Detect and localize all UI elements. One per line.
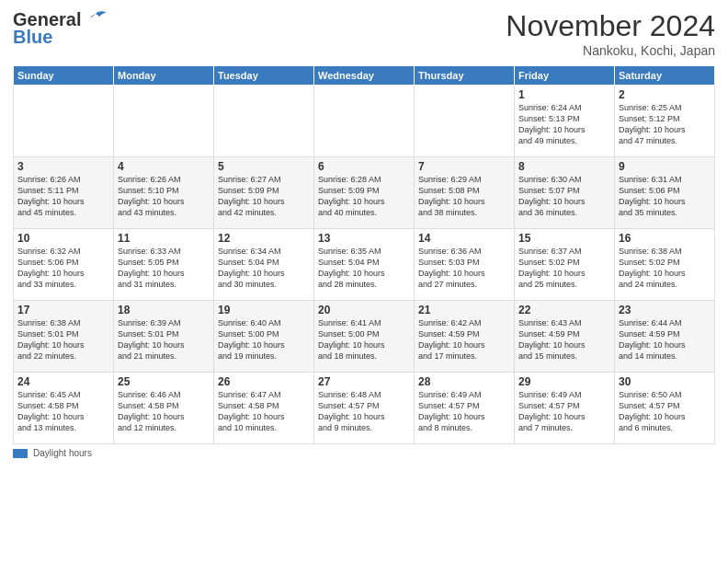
day-info: Sunrise: 6:38 AM Sunset: 5:02 PM Dayligh… [619, 246, 711, 291]
day-cell: 29Sunrise: 6:49 AM Sunset: 4:57 PM Dayli… [515, 373, 615, 444]
day-cell: 9Sunrise: 6:31 AM Sunset: 5:06 PM Daylig… [615, 157, 715, 229]
day-number: 23 [619, 304, 711, 316]
day-cell: 25Sunrise: 6:46 AM Sunset: 4:58 PM Dayli… [114, 373, 214, 444]
day-cell: 26Sunrise: 6:47 AM Sunset: 4:58 PM Dayli… [214, 373, 314, 444]
day-number: 16 [619, 232, 711, 245]
day-cell: 30Sunrise: 6:50 AM Sunset: 4:57 PM Dayli… [615, 373, 715, 444]
day-number: 13 [318, 232, 410, 245]
day-cell: 20Sunrise: 6:41 AM Sunset: 5:00 PM Dayli… [314, 301, 415, 373]
day-info: Sunrise: 6:35 AM Sunset: 5:04 PM Dayligh… [318, 246, 410, 291]
day-info: Sunrise: 6:50 AM Sunset: 4:57 PM Dayligh… [619, 389, 711, 434]
day-cell: 19Sunrise: 6:40 AM Sunset: 5:00 PM Dayli… [214, 301, 314, 373]
day-info: Sunrise: 6:38 AM Sunset: 5:01 PM Dayligh… [17, 317, 109, 362]
header-wednesday: Wednesday [314, 66, 415, 86]
day-number: 2 [619, 88, 711, 101]
day-info: Sunrise: 6:26 AM Sunset: 5:10 PM Dayligh… [118, 174, 210, 219]
day-cell [314, 86, 415, 157]
day-info: Sunrise: 6:27 AM Sunset: 5:09 PM Dayligh… [218, 174, 310, 219]
week-row-3: 10Sunrise: 6:32 AM Sunset: 5:06 PM Dayli… [14, 229, 715, 301]
day-cell: 24Sunrise: 6:45 AM Sunset: 4:58 PM Dayli… [14, 373, 114, 444]
day-cell: 12Sunrise: 6:34 AM Sunset: 5:04 PM Dayli… [214, 229, 314, 301]
day-cell: 16Sunrise: 6:38 AM Sunset: 5:02 PM Dayli… [615, 229, 715, 301]
day-number: 20 [318, 304, 410, 316]
day-info: Sunrise: 6:24 AM Sunset: 5:13 PM Dayligh… [518, 102, 610, 147]
day-info: Sunrise: 6:48 AM Sunset: 4:57 PM Dayligh… [318, 389, 410, 434]
day-info: Sunrise: 6:31 AM Sunset: 5:06 PM Dayligh… [619, 174, 711, 219]
day-cell: 6Sunrise: 6:28 AM Sunset: 5:09 PM Daylig… [314, 157, 415, 229]
day-info: Sunrise: 6:29 AM Sunset: 5:08 PM Dayligh… [418, 174, 510, 219]
day-info: Sunrise: 6:44 AM Sunset: 4:59 PM Dayligh… [619, 317, 711, 362]
day-number: 5 [218, 160, 310, 173]
logo-blue: Blue [13, 27, 52, 48]
day-number: 8 [518, 160, 610, 173]
day-info: Sunrise: 6:34 AM Sunset: 5:04 PM Dayligh… [218, 246, 310, 291]
location: Nankoku, Kochi, Japan [506, 43, 715, 58]
day-info: Sunrise: 6:49 AM Sunset: 4:57 PM Dayligh… [518, 389, 610, 434]
day-info: Sunrise: 6:33 AM Sunset: 5:05 PM Dayligh… [118, 246, 210, 291]
day-info: Sunrise: 6:42 AM Sunset: 4:59 PM Dayligh… [418, 317, 510, 362]
day-cell: 11Sunrise: 6:33 AM Sunset: 5:05 PM Dayli… [114, 229, 214, 301]
day-info: Sunrise: 6:25 AM Sunset: 5:12 PM Dayligh… [619, 102, 711, 147]
week-row-1: 1Sunrise: 6:24 AM Sunset: 5:13 PM Daylig… [14, 86, 715, 157]
day-number: 22 [518, 304, 610, 316]
day-number: 3 [17, 160, 109, 173]
day-number: 15 [518, 232, 610, 245]
page: General Blue November 2024 Nankoku, Koch… [0, 0, 728, 563]
day-number: 17 [17, 304, 109, 316]
day-info: Sunrise: 6:43 AM Sunset: 4:59 PM Dayligh… [518, 317, 610, 362]
day-info: Sunrise: 6:32 AM Sunset: 5:06 PM Dayligh… [17, 246, 109, 291]
day-cell: 23Sunrise: 6:44 AM Sunset: 4:59 PM Dayli… [615, 301, 715, 373]
day-info: Sunrise: 6:41 AM Sunset: 5:00 PM Dayligh… [318, 317, 410, 362]
day-number: 27 [318, 375, 410, 388]
month-title: November 2024 [506, 9, 715, 43]
day-cell: 7Sunrise: 6:29 AM Sunset: 5:08 PM Daylig… [415, 157, 515, 229]
day-number: 19 [218, 304, 310, 316]
day-info: Sunrise: 6:47 AM Sunset: 4:58 PM Dayligh… [218, 389, 310, 434]
day-cell: 3Sunrise: 6:26 AM Sunset: 5:11 PM Daylig… [14, 157, 114, 229]
day-cell: 8Sunrise: 6:30 AM Sunset: 5:07 PM Daylig… [515, 157, 615, 229]
day-cell [14, 86, 114, 157]
day-info: Sunrise: 6:26 AM Sunset: 5:11 PM Dayligh… [17, 174, 109, 219]
day-cell [114, 86, 214, 157]
week-row-5: 24Sunrise: 6:45 AM Sunset: 4:58 PM Dayli… [14, 373, 715, 444]
header-tuesday: Tuesday [214, 66, 314, 86]
day-number: 26 [218, 375, 310, 388]
day-cell: 14Sunrise: 6:36 AM Sunset: 5:03 PM Dayli… [415, 229, 515, 301]
day-cell: 1Sunrise: 6:24 AM Sunset: 5:13 PM Daylig… [515, 86, 615, 157]
header: General Blue November 2024 Nankoku, Koch… [13, 9, 715, 58]
day-cell: 15Sunrise: 6:37 AM Sunset: 5:02 PM Dayli… [515, 229, 615, 301]
week-row-2: 3Sunrise: 6:26 AM Sunset: 5:11 PM Daylig… [14, 157, 715, 229]
day-number: 12 [218, 232, 310, 245]
day-number: 4 [118, 160, 210, 173]
day-number: 11 [118, 232, 210, 245]
day-number: 14 [418, 232, 510, 245]
day-info: Sunrise: 6:40 AM Sunset: 5:00 PM Dayligh… [218, 317, 310, 362]
week-row-4: 17Sunrise: 6:38 AM Sunset: 5:01 PM Dayli… [14, 301, 715, 373]
footer: Daylight hours [13, 448, 715, 458]
day-number: 29 [518, 375, 610, 388]
day-cell: 2Sunrise: 6:25 AM Sunset: 5:12 PM Daylig… [615, 86, 715, 157]
day-cell: 21Sunrise: 6:42 AM Sunset: 4:59 PM Dayli… [415, 301, 515, 373]
calendar-table: Sunday Monday Tuesday Wednesday Thursday… [13, 65, 715, 444]
logo-bird-icon [83, 10, 108, 30]
title-block: November 2024 Nankoku, Kochi, Japan [506, 9, 715, 58]
day-cell: 10Sunrise: 6:32 AM Sunset: 5:06 PM Dayli… [14, 229, 114, 301]
day-number: 24 [17, 375, 109, 388]
day-info: Sunrise: 6:49 AM Sunset: 4:57 PM Dayligh… [418, 389, 510, 434]
legend-label: Daylight hours [33, 448, 92, 458]
day-info: Sunrise: 6:46 AM Sunset: 4:58 PM Dayligh… [118, 389, 210, 434]
day-number: 30 [619, 375, 711, 388]
header-friday: Friday [515, 66, 615, 86]
weekday-header-row: Sunday Monday Tuesday Wednesday Thursday… [14, 66, 715, 86]
day-cell [415, 86, 515, 157]
day-number: 25 [118, 375, 210, 388]
day-info: Sunrise: 6:36 AM Sunset: 5:03 PM Dayligh… [418, 246, 510, 291]
logo: General Blue [13, 9, 108, 48]
day-cell [214, 86, 314, 157]
header-thursday: Thursday [415, 66, 515, 86]
day-info: Sunrise: 6:30 AM Sunset: 5:07 PM Dayligh… [518, 174, 610, 219]
day-cell: 4Sunrise: 6:26 AM Sunset: 5:10 PM Daylig… [114, 157, 214, 229]
day-cell: 27Sunrise: 6:48 AM Sunset: 4:57 PM Dayli… [314, 373, 415, 444]
day-info: Sunrise: 6:28 AM Sunset: 5:09 PM Dayligh… [318, 174, 410, 219]
day-info: Sunrise: 6:45 AM Sunset: 4:58 PM Dayligh… [17, 389, 109, 434]
